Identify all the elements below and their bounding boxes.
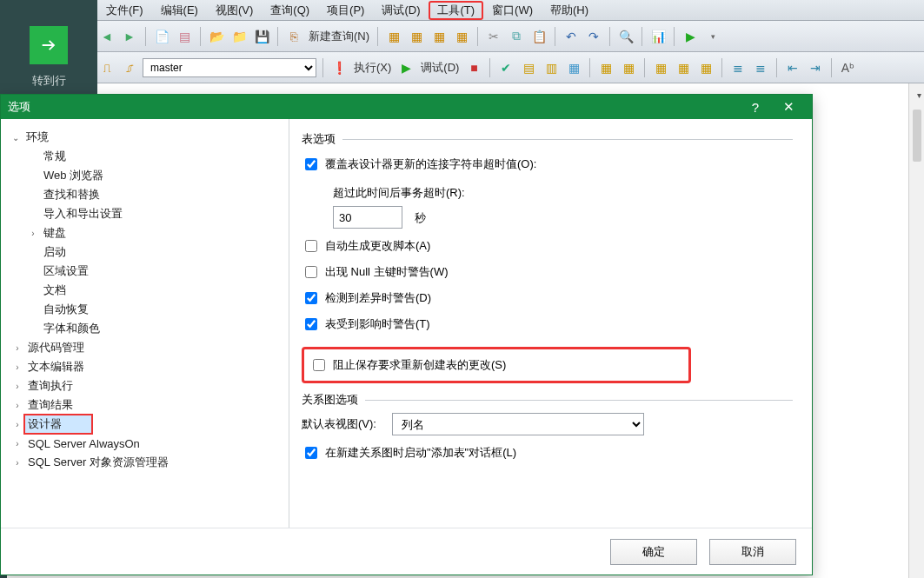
expander-icon[interactable]: › [11, 361, 23, 373]
ok-button[interactable]: 确定 [610, 539, 697, 565]
queryoptions-icon[interactable]: ▥ [542, 58, 561, 77]
menu-help[interactable]: 帮助(H) [542, 1, 597, 20]
open-icon[interactable]: 📂 [207, 27, 226, 46]
execute-icon[interactable]: ❗ [329, 58, 349, 77]
tree-item-keyboard[interactable]: 键盘 [41, 224, 69, 242]
scrollbar-thumb[interactable] [913, 110, 921, 162]
tree-item-region[interactable]: 区域设置 [41, 262, 91, 280]
menu-debug[interactable]: 调试(D) [373, 1, 429, 20]
tbicon-2[interactable]: ▦ [407, 27, 426, 46]
menu-view[interactable]: 视图(V) [207, 1, 262, 20]
new-item-icon[interactable]: ▤ [175, 27, 194, 46]
execute-label[interactable]: 执行(X) [352, 60, 393, 76]
goto-line-icon-button[interactable] [30, 26, 68, 64]
tree-item-fonts[interactable]: 字体和颜色 [41, 320, 103, 337]
tree-item-autorecover[interactable]: 自动恢复 [41, 301, 91, 318]
debug-label[interactable]: 调试(D) [419, 60, 461, 76]
results-grid-icon[interactable]: ▦ [674, 58, 693, 77]
paste-icon[interactable]: 📋 [529, 27, 548, 46]
tree-item-general[interactable]: 常规 [41, 148, 69, 165]
includeplan-icon[interactable]: ▦ [596, 58, 615, 77]
intellisense-icon[interactable]: ▦ [564, 58, 583, 77]
tree-item-objexplorer[interactable]: SQL Server 对象资源管理器 [25, 454, 171, 471]
open-file-icon[interactable]: 📁 [229, 27, 249, 46]
chk-diff[interactable] [305, 292, 317, 304]
chk-diff-label: 检测到差异时警告(D) [325, 290, 431, 306]
comment-icon[interactable]: ≣ [728, 58, 748, 77]
chk-autoscript-label: 自动生成更改脚本(A) [325, 238, 430, 254]
chk-prevent-save[interactable] [313, 359, 325, 371]
indent-in-icon[interactable]: ⇥ [806, 58, 825, 77]
new-query-icon[interactable]: ⎘ [284, 27, 303, 46]
database-combo[interactable]: master [143, 58, 316, 77]
menu-project[interactable]: 项目(P) [318, 1, 373, 20]
tbicon-3[interactable]: ▦ [429, 27, 449, 46]
results-text-icon[interactable]: ▦ [651, 58, 670, 77]
tree-item-environment[interactable]: 环境 [23, 129, 51, 146]
nav-back-icon[interactable]: ◄ [97, 27, 116, 46]
cut-icon[interactable]: ✂ [484, 27, 503, 46]
undo-icon[interactable]: ↶ [562, 27, 581, 46]
expander-icon[interactable]: › [11, 380, 23, 392]
estplan-icon[interactable]: ▤ [519, 58, 538, 77]
tree-item-web[interactable]: Web 浏览器 [41, 167, 106, 184]
chk-addtable[interactable] [305, 447, 317, 459]
results-file-icon[interactable]: ▦ [696, 58, 715, 77]
tree-item-texteditor[interactable]: 文本编辑器 [25, 358, 87, 375]
help-button[interactable]: ? [739, 95, 772, 119]
close-button[interactable]: ✕ [772, 95, 805, 119]
expander-icon[interactable]: › [11, 418, 23, 430]
activity-monitor-icon[interactable]: 📊 [648, 27, 668, 46]
nav-fwd-icon[interactable]: ► [120, 27, 139, 46]
menu-tools[interactable]: 工具(T) [429, 1, 483, 20]
uncomment-icon[interactable]: ≣ [751, 58, 770, 77]
tree-item-designer[interactable]: 设计器 [25, 415, 91, 433]
expander-icon[interactable]: › [27, 227, 39, 239]
right-scrollbar[interactable]: ▾ [908, 83, 924, 578]
new-project-icon[interactable]: 📄 [152, 27, 171, 46]
timeout-input[interactable] [333, 206, 402, 229]
dialog-titlebar: 选项 ? ✕ [1, 95, 812, 119]
tree-item-source[interactable]: 源代码管理 [25, 339, 87, 356]
tbicon-4[interactable]: ▦ [452, 27, 471, 46]
tree-item-docs[interactable]: 文档 [41, 282, 69, 299]
chk-nullpk[interactable] [305, 266, 317, 278]
find-icon[interactable]: 🔍 [616, 27, 635, 46]
expander-icon[interactable]: › [11, 456, 23, 468]
redo-icon[interactable]: ↷ [584, 27, 603, 46]
chk-affected[interactable] [305, 318, 317, 330]
tree-item-find[interactable]: 查找和替换 [41, 186, 103, 203]
new-query-label[interactable]: 新建查询(N) [307, 29, 371, 44]
connect-icon[interactable]: ⎍ [97, 58, 116, 77]
includestats-icon[interactable]: ▦ [619, 58, 638, 77]
run-dropdown-icon[interactable]: ▾ [703, 27, 722, 46]
menu-query[interactable]: 查询(Q) [262, 1, 318, 20]
change-connection-icon[interactable]: ⎎ [120, 58, 139, 77]
expander-icon[interactable]: ⌄ [10, 131, 22, 143]
tree-item-startup[interactable]: 启动 [41, 243, 69, 261]
stop-icon[interactable]: ■ [464, 58, 483, 77]
tree-item-queryresult[interactable]: 查询结果 [25, 396, 76, 414]
expander-icon[interactable]: › [11, 342, 23, 354]
menu-file[interactable]: 文件(F) [97, 1, 152, 20]
copy-icon[interactable]: ⧉ [507, 27, 526, 46]
tree-item-importexport[interactable]: 导入和导出设置 [41, 205, 125, 223]
cancel-button[interactable]: 取消 [709, 539, 796, 565]
debug-run-icon[interactable]: ▶ [396, 58, 415, 77]
chk-override-timeout[interactable] [305, 158, 317, 170]
dropdown-icon[interactable]: ▾ [909, 85, 924, 104]
save-icon[interactable]: 💾 [252, 27, 271, 46]
expander-icon[interactable]: › [11, 399, 23, 411]
tree-item-queryexec[interactable]: 查询执行 [25, 377, 76, 395]
indent-out-icon[interactable]: ⇤ [783, 58, 802, 77]
menu-window[interactable]: 窗口(W) [483, 1, 542, 20]
chk-autoscript[interactable] [305, 240, 317, 252]
default-view-select[interactable]: 列名 [392, 413, 644, 435]
specify-values-icon[interactable]: Aᵇ [838, 58, 857, 77]
menu-edit[interactable]: 编辑(E) [152, 1, 207, 20]
tree-item-alwayson[interactable]: SQL Server AlwaysOn [25, 436, 143, 451]
expander-icon[interactable]: › [11, 437, 23, 449]
tbicon-1[interactable]: ▦ [384, 27, 403, 46]
parse-icon[interactable]: ✔ [496, 58, 515, 77]
run-icon[interactable]: ▶ [681, 27, 700, 46]
